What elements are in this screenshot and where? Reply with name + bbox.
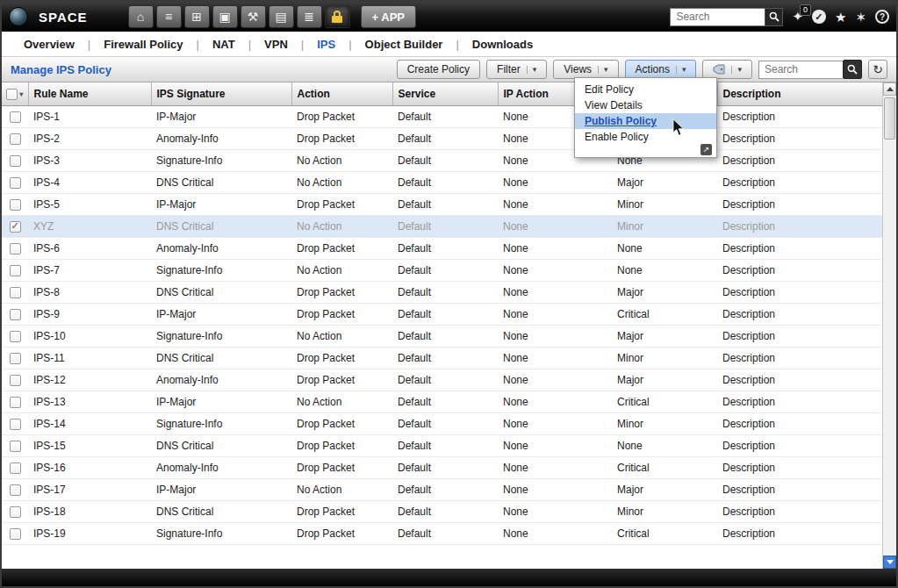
cell-severity: Minor (612, 347, 717, 369)
table-row[interactable]: IPS-19 Signature-Info Drop Packet Defaul… (2, 522, 882, 544)
select-all-checkbox[interactable] (6, 89, 18, 100)
row-checkbox[interactable] (10, 375, 21, 386)
global-search-input[interactable] (670, 8, 765, 26)
views-dropdown-button[interactable]: Views▾ (553, 60, 618, 79)
table-row[interactable]: IPS-12 Anomaly-Info Drop Packet Default … (2, 369, 882, 391)
network-status-button[interactable]: ✦ 0 (792, 9, 803, 25)
star-icon[interactable]: ★ (835, 11, 846, 24)
row-checkbox[interactable] (10, 155, 21, 167)
scroll-down-button[interactable] (883, 556, 896, 569)
nav-tab-ips[interactable]: IPS (304, 38, 348, 51)
table-search-input[interactable] (758, 61, 843, 79)
row-checkbox[interactable] (10, 397, 21, 408)
nav-tab-nat[interactable]: NAT (199, 38, 248, 51)
nav-tab-overview[interactable]: Overview (11, 38, 88, 51)
menu-item-view-details[interactable]: View Details (575, 97, 716, 113)
row-checkbox[interactable] (10, 221, 21, 233)
cell-description: Description (717, 412, 882, 434)
column-header-description[interactable]: Description (717, 82, 882, 105)
table-row[interactable]: IPS-6 Anomaly-Info Drop Packet Default N… (2, 237, 882, 259)
nav-tab-firewall-policy[interactable]: Firewall Policy (90, 38, 196, 51)
tile-home-button[interactable]: ⌂ (128, 5, 154, 28)
tile-devices-button[interactable]: ≡ (156, 5, 182, 28)
row-checkbox[interactable] (10, 484, 21, 496)
cell-description: Description (717, 105, 882, 127)
cell-action: No Action (291, 149, 392, 171)
table-row[interactable]: IPS-4 DNS Critical No Action Default Non… (2, 171, 882, 193)
tile-tools-button[interactable]: ⚒ (241, 5, 266, 28)
table-row[interactable]: XYZ DNS Critical No Action Default None … (2, 215, 882, 237)
cell-service: Default (392, 171, 498, 193)
select-all-header[interactable]: ▾ (2, 82, 28, 105)
create-policy-button[interactable]: Create Policy (397, 60, 480, 79)
tile-security-button[interactable] (325, 5, 350, 28)
nav-tab-downloads[interactable]: Downloads (459, 38, 546, 51)
cell-description: Description (717, 500, 882, 522)
table-row[interactable]: IPS-15 DNS Critical Drop Packet Default … (2, 434, 882, 456)
menu-item-edit-policy[interactable]: Edit Policy (575, 82, 716, 97)
table-row[interactable]: IPS-7 Signature-Info No Action Default N… (2, 259, 882, 281)
table-row[interactable]: IPS-17 IP-Major No Action Default None M… (2, 478, 882, 500)
table-row[interactable]: IPS-5 IP-Major Drop Packet Default None … (2, 193, 882, 215)
row-checkbox[interactable] (10, 243, 21, 255)
brand-title: SPACE (39, 10, 88, 25)
row-checkbox[interactable] (10, 419, 21, 430)
header-menu-arrow-icon[interactable]: ▾ (19, 90, 23, 98)
actions-dropdown-button[interactable]: Actions▾ (625, 60, 697, 79)
row-select-cell (2, 412, 28, 434)
table-row[interactable]: IPS-11 DNS Critical Drop Packet Default … (2, 347, 882, 369)
table-row[interactable]: IPS-14 Signature-Info Drop Packet Defaul… (2, 412, 882, 434)
column-header-ips-signature[interactable]: IPS Signature (151, 82, 291, 105)
tile-screens-button[interactable]: ⊞ (184, 5, 210, 28)
nav-tab-object-builder[interactable]: Object Builder (352, 38, 456, 51)
global-search-button[interactable] (765, 8, 783, 26)
cell-description: Description (717, 127, 882, 149)
scroll-up-button[interactable] (883, 82, 896, 96)
row-checkbox[interactable] (10, 463, 21, 474)
column-header-service[interactable]: Service (392, 82, 498, 105)
scroll-thumb[interactable] (884, 97, 895, 140)
row-checkbox[interactable] (10, 111, 21, 123)
status-check-button[interactable]: ✓ (812, 10, 826, 24)
table-row[interactable]: IPS-2 Anomaly-Info Drop Packet Default N… (2, 127, 882, 149)
add-app-button[interactable]: + APP (361, 5, 416, 28)
row-checkbox[interactable] (10, 287, 21, 298)
nav-tab-vpn[interactable]: VPN (251, 38, 301, 51)
column-header-action[interactable]: Action (291, 82, 392, 105)
vertical-scrollbar[interactable] (882, 82, 896, 569)
table-row[interactable]: IPS-8 DNS Critical Drop Packet Default N… (2, 281, 882, 303)
row-checkbox[interactable] (10, 199, 21, 211)
table-row[interactable]: IPS-16 Anomaly-Info Drop Packet Default … (2, 456, 882, 478)
tag-dropdown-button[interactable]: ▾ (702, 60, 752, 79)
detach-menu-icon[interactable]: ↗ (700, 144, 712, 155)
refresh-button[interactable]: ↻ (868, 60, 887, 79)
tile-reports-button[interactable]: ▤ (269, 5, 294, 28)
tile-servers-button[interactable]: ≣ (297, 5, 322, 28)
table-row[interactable]: IPS-18 DNS Critical Drop Packet Default … (2, 500, 882, 522)
table-body: IPS-1 IP-Major Drop Packet Default None … (2, 105, 882, 544)
filter-dropdown-button[interactable]: Filter▾ (486, 60, 547, 79)
row-checkbox[interactable] (10, 506, 21, 518)
row-checkbox[interactable] (10, 353, 21, 364)
menu-item-publish-policy[interactable]: Publish Policy (575, 113, 716, 129)
cell-service: Default (392, 237, 498, 259)
row-checkbox[interactable] (10, 309, 21, 320)
table-row[interactable]: IPS-1 IP-Major Drop Packet Default None … (2, 105, 882, 127)
table-row[interactable]: IPS-13 IP-Major No Action Default None C… (2, 391, 882, 412)
row-checkbox[interactable] (10, 528, 21, 540)
menu-item-enable-policy[interactable]: Enable Policy (575, 129, 716, 145)
star-alt-icon[interactable]: ✶ (855, 11, 866, 24)
row-checkbox[interactable] (10, 133, 21, 145)
cell-severity: Major (612, 171, 717, 193)
tile-images-button[interactable]: ▣ (212, 5, 238, 28)
table-row[interactable]: IPS-3 Signature-Info No Action Default N… (2, 149, 882, 171)
row-checkbox[interactable] (10, 177, 21, 189)
table-search-button[interactable] (843, 60, 862, 79)
help-icon[interactable]: ? (875, 10, 889, 24)
row-checkbox[interactable] (10, 331, 21, 342)
row-checkbox[interactable] (10, 441, 21, 452)
table-row[interactable]: IPS-10 Signature-Info No Action Default … (2, 325, 882, 347)
row-checkbox[interactable] (10, 265, 21, 276)
table-row[interactable]: IPS-9 IP-Major Drop Packet Default None … (2, 303, 882, 325)
column-header-rule-name[interactable]: Rule Name (28, 82, 151, 105)
